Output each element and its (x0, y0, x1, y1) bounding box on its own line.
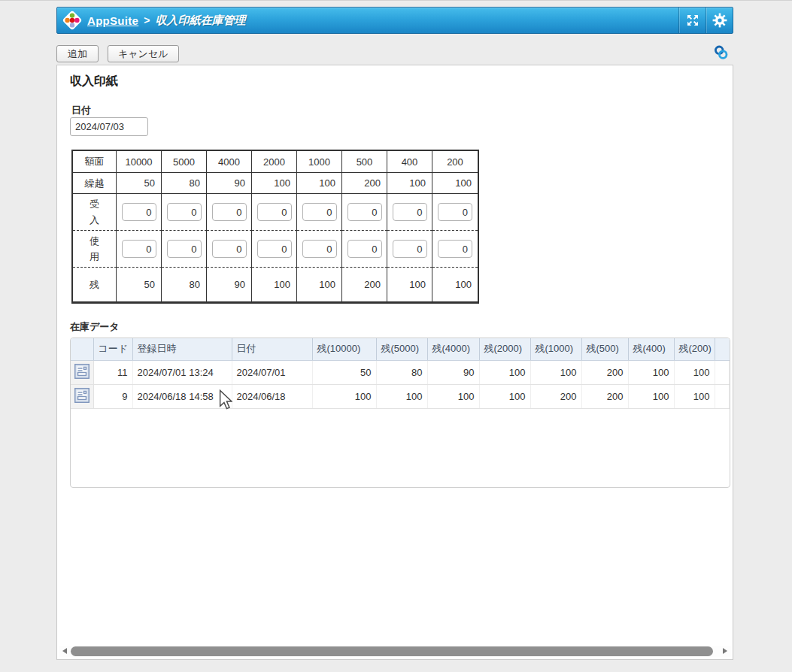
record-detail-icon[interactable] (74, 388, 90, 403)
cell-remaining: 200 (581, 360, 628, 384)
used-input-2000[interactable] (257, 240, 292, 258)
cell-code: 11 (93, 360, 132, 384)
scroll-right-arrow[interactable] (723, 648, 727, 654)
breadcrumb-page-title: 収入印紙在庫管理 (155, 14, 245, 28)
denomination-value: 5000 (162, 151, 207, 173)
cell-remaining: 100 (376, 384, 427, 408)
received-input-400[interactable] (393, 203, 427, 221)
used-input-4000[interactable] (212, 240, 247, 258)
stock-data-label: 在庫データ (70, 320, 120, 334)
used-input-200[interactable] (438, 240, 472, 258)
column-header: 残(2000) (479, 338, 530, 360)
appsuite-home-link[interactable]: AppSuite (87, 14, 138, 27)
cancel-button[interactable]: キャンセル (108, 45, 179, 62)
row-label-remaining: 残 (73, 268, 117, 301)
used-input-5000[interactable] (167, 240, 202, 258)
cell-remaining: 100 (479, 384, 530, 408)
remaining-value: 100 (387, 268, 432, 301)
remaining-value: 90 (207, 268, 252, 301)
carryover-value: 50 (117, 173, 162, 194)
used-input-500[interactable] (347, 240, 382, 258)
date-input[interactable] (70, 117, 148, 136)
settings-button[interactable] (706, 8, 733, 33)
cell-remaining: 80 (376, 360, 427, 384)
column-header: 残(5000) (376, 338, 427, 360)
appsuite-logo-icon (62, 9, 83, 32)
record-detail-icon[interactable] (74, 364, 90, 379)
carryover-value: 100 (252, 173, 297, 194)
page-background: AppSuite > 収入印紙在庫管理 (0, 0, 792, 672)
remaining-value: 80 (162, 268, 207, 301)
received-input-1000[interactable] (302, 203, 337, 221)
cell-remaining: 90 (427, 360, 479, 384)
stock-list-panel: コード登録日時日付残(10000)残(5000)残(4000)残(2000)残(… (70, 338, 730, 488)
denomination-value: 500 (342, 151, 387, 173)
cell-remaining: 50 (312, 360, 376, 384)
cell-remaining: 100 (628, 384, 674, 408)
cell-remaining: 100 (674, 384, 715, 408)
icon-column-header (71, 338, 93, 360)
cell-registered: 2024/06/18 14:58 (132, 384, 232, 408)
expand-icon (686, 14, 699, 27)
received-input-5000[interactable] (167, 203, 202, 221)
carryover-value: 90 (207, 173, 252, 194)
column-header: 残(4000) (427, 338, 479, 360)
row-label-denomination: 額面 (73, 151, 117, 173)
row-label-used: 使用 (73, 231, 117, 268)
appsuite-window: AppSuite > 収入印紙在庫管理 (56, 1, 733, 672)
remaining-value: 200 (342, 268, 387, 301)
cell-remaining: 200 (581, 384, 628, 408)
used-input-400[interactable] (393, 240, 427, 258)
denomination-value: 10000 (117, 151, 162, 173)
remaining-value: 100 (432, 268, 478, 301)
header-actions (678, 8, 733, 33)
denomination-value: 400 (387, 151, 432, 173)
cell-remaining: 100 (530, 360, 581, 384)
stock-header-row: コード登録日時日付残(10000)残(5000)残(4000)残(2000)残(… (71, 338, 730, 360)
carryover-value: 80 (162, 173, 207, 194)
horizontal-scrollbar[interactable] (59, 646, 731, 657)
cell-remaining: 100 (479, 360, 530, 384)
cell-remaining: 100 (674, 360, 715, 384)
column-header: 残(1000) (530, 338, 581, 360)
carryover-value: 100 (432, 173, 478, 194)
table-row: 112024/07/01 13:242024/07/01508090100100… (71, 360, 730, 384)
column-header: 残(400) (628, 338, 674, 360)
scrollbar-thumb[interactable] (71, 646, 713, 656)
cell-remaining: 200 (530, 384, 581, 408)
received-input-200[interactable] (438, 203, 472, 221)
row-label-received: 受入 (73, 194, 117, 231)
received-input-2000[interactable] (257, 203, 292, 221)
cell-date: 2024/07/01 (232, 360, 312, 384)
content-panel: 収入印紙 日付 額面100005000400020001000500400200… (56, 65, 733, 660)
form-title: 収入印紙 (70, 74, 118, 89)
cell-remaining: 100 (427, 384, 479, 408)
sync-icon[interactable] (714, 45, 729, 60)
cell-remaining: 100 (312, 384, 376, 408)
scroll-left-arrow[interactable] (62, 648, 67, 654)
column-header: 残(10000) (312, 338, 376, 360)
fullscreen-button[interactable] (678, 8, 706, 33)
column-header: 残(200) (674, 338, 715, 360)
stock-data-table: コード登録日時日付残(10000)残(5000)残(4000)残(2000)残(… (71, 338, 730, 409)
row-label-carryover: 繰越 (73, 173, 117, 194)
cell-registered: 2024/07/01 13:24 (132, 360, 232, 384)
cell-code: 9 (93, 384, 132, 408)
add-button[interactable]: 追加 (56, 45, 99, 62)
received-input-4000[interactable] (212, 203, 247, 221)
denomination-value: 2000 (252, 151, 297, 173)
carryover-value: 100 (297, 173, 342, 194)
carryover-value: 100 (387, 173, 432, 194)
denomination-value: 4000 (207, 151, 252, 173)
received-input-500[interactable] (347, 203, 382, 221)
received-input-10000[interactable] (122, 203, 156, 221)
column-header: 日付 (232, 338, 312, 360)
used-input-10000[interactable] (122, 240, 156, 258)
table-row: 92024/06/18 14:582024/06/181001001001002… (71, 384, 730, 408)
gear-icon (712, 13, 727, 28)
used-input-1000[interactable] (302, 240, 337, 258)
remaining-value: 50 (117, 268, 162, 301)
denomination-value: 200 (432, 151, 478, 173)
column-header: 登録日時 (132, 338, 232, 360)
app-header-bar: AppSuite > 収入印紙在庫管理 (56, 7, 733, 34)
